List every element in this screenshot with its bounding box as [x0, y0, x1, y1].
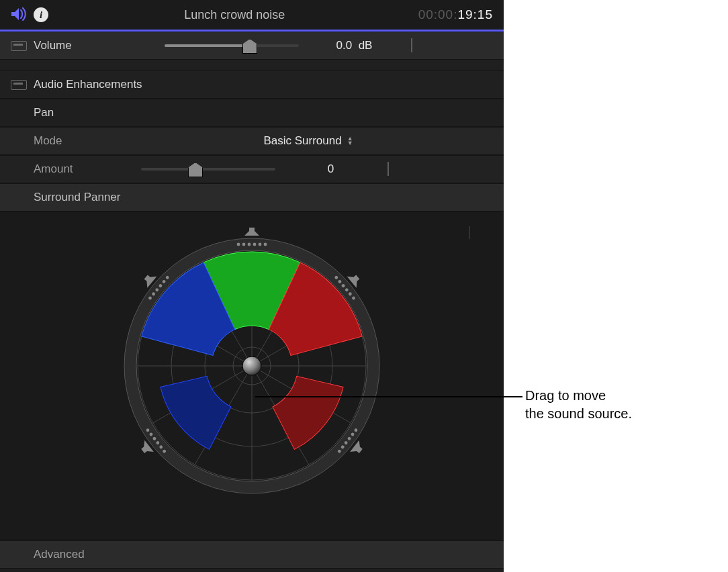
surround-panner[interactable]: [107, 222, 396, 510]
audio-inspector-panel: i Lunch crowd noise 00:00:19:15 Volume 0…: [0, 0, 504, 572]
callout-text: Drag to move the sound source.: [525, 387, 632, 423]
inspector-header: i Lunch crowd noise 00:00:19:15: [0, 0, 504, 32]
speaker-center-icon: [244, 228, 259, 236]
audio-enhancements-label: Audio Enhancements: [34, 78, 142, 91]
video-chip-icon: [11, 80, 27, 90]
pan-label: Pan: [34, 106, 141, 120]
svg-point-16: [253, 243, 257, 246]
advanced-row[interactable]: Advanced: [0, 540, 504, 569]
pan-amount-label: Amount: [34, 162, 141, 176]
panner-puck[interactable]: [242, 356, 261, 375]
pan-amount-slider[interactable]: [141, 168, 275, 171]
svg-point-15: [248, 243, 251, 246]
pan-mode-label: Mode: [34, 134, 141, 148]
timecode: 00:00:19:15: [418, 7, 493, 22]
callout-leader-line: [255, 396, 522, 397]
volume-label: Volume: [34, 39, 165, 52]
pan-amount-keyframe[interactable]: [379, 162, 397, 176]
timecode-dim: 00:00:: [418, 7, 458, 21]
video-chip-icon: [11, 41, 27, 51]
volume-value[interactable]: 0.0 dB: [306, 39, 403, 52]
audio-enhancements-header[interactable]: Audio Enhancements: [0, 70, 504, 99]
advanced-label: Advanced: [34, 548, 85, 561]
svg-point-13: [237, 243, 240, 246]
volume-slider[interactable]: [165, 44, 299, 47]
info-icon[interactable]: i: [34, 7, 48, 22]
volume-keyframe[interactable]: [403, 39, 420, 52]
volume-row: Volume 0.0 dB: [0, 32, 504, 60]
timecode-lit: 19:15: [457, 7, 493, 21]
speaker-icon[interactable]: [11, 7, 27, 23]
surround-panner-header: Surround Panner: [0, 183, 504, 211]
surround-panner-area: [0, 211, 504, 540]
svg-point-14: [242, 243, 246, 246]
pan-mode-row: Mode Basic Surround ▲▼: [0, 127, 504, 155]
surround-panner-label: Surround Panner: [34, 191, 120, 204]
pan-amount-value[interactable]: 0: [282, 162, 379, 176]
pan-mode-value: Basic Surround: [263, 134, 341, 148]
pan-mode-popup[interactable]: Basic Surround ▲▼: [263, 134, 353, 148]
panner-keyframe[interactable]: [469, 227, 470, 238]
right-surround-wedge: [261, 361, 351, 455]
svg-point-18: [264, 243, 267, 246]
pan-header: Pan: [0, 99, 504, 127]
left-surround-wedge: [154, 361, 244, 455]
popup-caret-icon: ▲▼: [347, 136, 353, 146]
pan-amount-row: Amount 0: [0, 155, 504, 183]
clip-title: Lunch crowd noise: [51, 8, 418, 22]
svg-point-17: [259, 243, 262, 246]
